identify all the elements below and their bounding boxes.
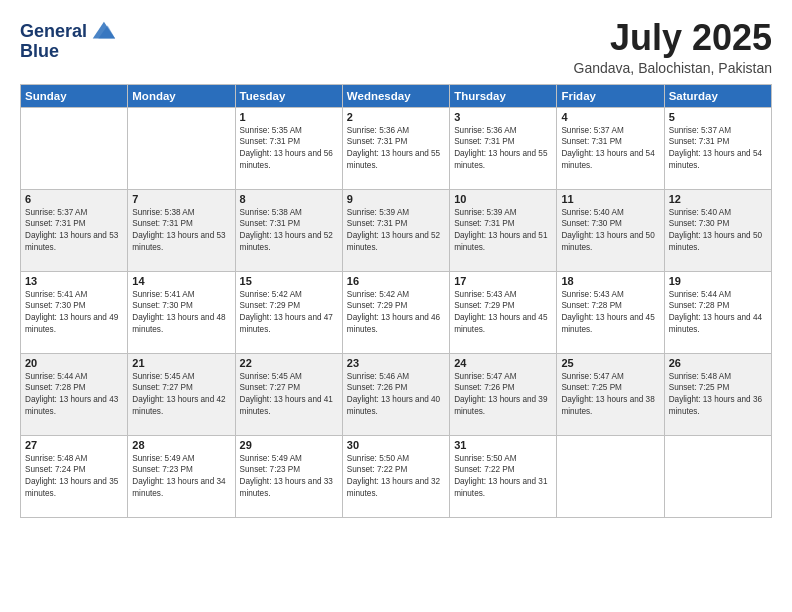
day-info: Sunrise: 5:38 AMSunset: 7:31 PMDaylight:… [240, 207, 338, 255]
daylight-text: Daylight: 13 hours and 41 minutes. [240, 395, 333, 416]
logo-icon [89, 18, 117, 46]
daylight-text: Daylight: 13 hours and 34 minutes. [132, 477, 225, 498]
day-info: Sunrise: 5:45 AMSunset: 7:27 PMDaylight:… [240, 371, 338, 419]
table-row: 4Sunrise: 5:37 AMSunset: 7:31 PMDaylight… [557, 107, 664, 189]
calendar-row: 6Sunrise: 5:37 AMSunset: 7:31 PMDaylight… [21, 189, 772, 271]
sunset-text: Sunset: 7:29 PM [347, 301, 408, 310]
table-row: 6Sunrise: 5:37 AMSunset: 7:31 PMDaylight… [21, 189, 128, 271]
sunrise-text: Sunrise: 5:43 AM [561, 290, 623, 299]
sunrise-text: Sunrise: 5:38 AM [240, 208, 302, 217]
sunset-text: Sunset: 7:27 PM [240, 383, 301, 392]
sunrise-text: Sunrise: 5:40 AM [669, 208, 731, 217]
table-row: 15Sunrise: 5:42 AMSunset: 7:29 PMDayligh… [235, 271, 342, 353]
day-number: 2 [347, 111, 445, 123]
day-info: Sunrise: 5:37 AMSunset: 7:31 PMDaylight:… [561, 125, 659, 173]
day-number: 10 [454, 193, 552, 205]
day-number: 11 [561, 193, 659, 205]
day-info: Sunrise: 5:43 AMSunset: 7:29 PMDaylight:… [454, 289, 552, 337]
sunrise-text: Sunrise: 5:44 AM [669, 290, 731, 299]
table-row [664, 435, 771, 517]
day-info: Sunrise: 5:46 AMSunset: 7:26 PMDaylight:… [347, 371, 445, 419]
day-number: 30 [347, 439, 445, 451]
day-number: 18 [561, 275, 659, 287]
day-info: Sunrise: 5:41 AMSunset: 7:30 PMDaylight:… [25, 289, 123, 337]
day-info: Sunrise: 5:40 AMSunset: 7:30 PMDaylight:… [669, 207, 767, 255]
table-row: 19Sunrise: 5:44 AMSunset: 7:28 PMDayligh… [664, 271, 771, 353]
daylight-text: Daylight: 13 hours and 52 minutes. [347, 231, 440, 252]
sunrise-text: Sunrise: 5:45 AM [240, 372, 302, 381]
day-number: 23 [347, 357, 445, 369]
day-number: 1 [240, 111, 338, 123]
table-row: 2Sunrise: 5:36 AMSunset: 7:31 PMDaylight… [342, 107, 449, 189]
table-row [128, 107, 235, 189]
sunset-text: Sunset: 7:31 PM [561, 137, 622, 146]
calendar: Sunday Monday Tuesday Wednesday Thursday… [20, 84, 772, 518]
daylight-text: Daylight: 13 hours and 46 minutes. [347, 313, 440, 334]
sunset-text: Sunset: 7:27 PM [132, 383, 193, 392]
day-number: 19 [669, 275, 767, 287]
day-number: 20 [25, 357, 123, 369]
day-info: Sunrise: 5:42 AMSunset: 7:29 PMDaylight:… [347, 289, 445, 337]
day-info: Sunrise: 5:44 AMSunset: 7:28 PMDaylight:… [25, 371, 123, 419]
daylight-text: Daylight: 13 hours and 38 minutes. [561, 395, 654, 416]
day-info: Sunrise: 5:48 AMSunset: 7:25 PMDaylight:… [669, 371, 767, 419]
sunrise-text: Sunrise: 5:36 AM [347, 126, 409, 135]
table-row: 27Sunrise: 5:48 AMSunset: 7:24 PMDayligh… [21, 435, 128, 517]
day-number: 5 [669, 111, 767, 123]
sunrise-text: Sunrise: 5:37 AM [561, 126, 623, 135]
day-info: Sunrise: 5:42 AMSunset: 7:29 PMDaylight:… [240, 289, 338, 337]
sunrise-text: Sunrise: 5:44 AM [25, 372, 87, 381]
sunrise-text: Sunrise: 5:46 AM [347, 372, 409, 381]
table-row: 29Sunrise: 5:49 AMSunset: 7:23 PMDayligh… [235, 435, 342, 517]
day-number: 4 [561, 111, 659, 123]
day-number: 22 [240, 357, 338, 369]
daylight-text: Daylight: 13 hours and 33 minutes. [240, 477, 333, 498]
sunrise-text: Sunrise: 5:38 AM [132, 208, 194, 217]
header-row: Sunday Monday Tuesday Wednesday Thursday… [21, 84, 772, 107]
day-number: 3 [454, 111, 552, 123]
logo: General Blue [20, 18, 117, 62]
day-info: Sunrise: 5:47 AMSunset: 7:25 PMDaylight:… [561, 371, 659, 419]
day-number: 28 [132, 439, 230, 451]
day-number: 9 [347, 193, 445, 205]
sunrise-text: Sunrise: 5:37 AM [669, 126, 731, 135]
daylight-text: Daylight: 13 hours and 53 minutes. [132, 231, 225, 252]
sunset-text: Sunset: 7:23 PM [132, 465, 193, 474]
sunrise-text: Sunrise: 5:35 AM [240, 126, 302, 135]
sunrise-text: Sunrise: 5:42 AM [347, 290, 409, 299]
daylight-text: Daylight: 13 hours and 52 minutes. [240, 231, 333, 252]
daylight-text: Daylight: 13 hours and 32 minutes. [347, 477, 440, 498]
day-info: Sunrise: 5:48 AMSunset: 7:24 PMDaylight:… [25, 453, 123, 501]
day-info: Sunrise: 5:40 AMSunset: 7:30 PMDaylight:… [561, 207, 659, 255]
table-row: 3Sunrise: 5:36 AMSunset: 7:31 PMDaylight… [450, 107, 557, 189]
day-number: 6 [25, 193, 123, 205]
sunset-text: Sunset: 7:26 PM [347, 383, 408, 392]
daylight-text: Daylight: 13 hours and 45 minutes. [454, 313, 547, 334]
daylight-text: Daylight: 13 hours and 39 minutes. [454, 395, 547, 416]
daylight-text: Daylight: 13 hours and 48 minutes. [132, 313, 225, 334]
sunrise-text: Sunrise: 5:42 AM [240, 290, 302, 299]
day-number: 12 [669, 193, 767, 205]
sunset-text: Sunset: 7:31 PM [454, 137, 515, 146]
col-wednesday: Wednesday [342, 84, 449, 107]
sunrise-text: Sunrise: 5:47 AM [454, 372, 516, 381]
table-row: 18Sunrise: 5:43 AMSunset: 7:28 PMDayligh… [557, 271, 664, 353]
sunset-text: Sunset: 7:30 PM [669, 219, 730, 228]
day-info: Sunrise: 5:37 AMSunset: 7:31 PMDaylight:… [669, 125, 767, 173]
sunset-text: Sunset: 7:29 PM [240, 301, 301, 310]
day-number: 26 [669, 357, 767, 369]
table-row: 7Sunrise: 5:38 AMSunset: 7:31 PMDaylight… [128, 189, 235, 271]
daylight-text: Daylight: 13 hours and 50 minutes. [669, 231, 762, 252]
day-info: Sunrise: 5:44 AMSunset: 7:28 PMDaylight:… [669, 289, 767, 337]
table-row: 9Sunrise: 5:39 AMSunset: 7:31 PMDaylight… [342, 189, 449, 271]
calendar-row: 1Sunrise: 5:35 AMSunset: 7:31 PMDaylight… [21, 107, 772, 189]
daylight-text: Daylight: 13 hours and 36 minutes. [669, 395, 762, 416]
col-thursday: Thursday [450, 84, 557, 107]
daylight-text: Daylight: 13 hours and 55 minutes. [347, 149, 440, 170]
day-info: Sunrise: 5:39 AMSunset: 7:31 PMDaylight:… [347, 207, 445, 255]
title-block: July 2025 Gandava, Balochistan, Pakistan [574, 18, 772, 76]
col-tuesday: Tuesday [235, 84, 342, 107]
daylight-text: Daylight: 13 hours and 42 minutes. [132, 395, 225, 416]
table-row: 30Sunrise: 5:50 AMSunset: 7:22 PMDayligh… [342, 435, 449, 517]
table-row: 11Sunrise: 5:40 AMSunset: 7:30 PMDayligh… [557, 189, 664, 271]
